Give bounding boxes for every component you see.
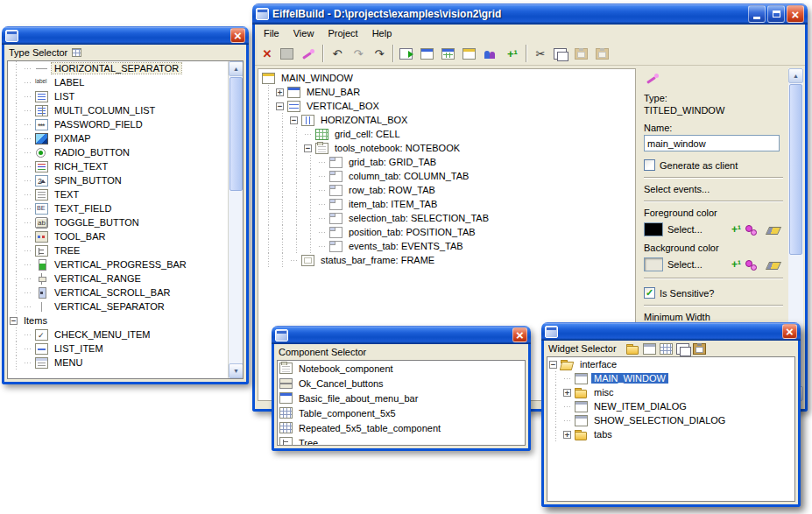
expander[interactable]	[24, 149, 32, 157]
expander[interactable]	[24, 107, 32, 115]
close-button[interactable]: ×	[230, 28, 245, 43]
background-pick-icon[interactable]	[745, 259, 759, 271]
window-editor-button[interactable]	[439, 44, 460, 64]
tree-item[interactable]: MAIN_WINDOW	[260, 71, 635, 85]
type-item[interactable]: CHECK_MENU_ITEM	[8, 327, 228, 341]
foreground-add-icon[interactable]: +¹	[731, 224, 741, 235]
add-one-button[interactable]: +¹	[502, 44, 523, 64]
folder-button[interactable]	[626, 343, 639, 355]
expander[interactable]	[24, 79, 32, 87]
expander[interactable]	[24, 247, 32, 255]
tree-item[interactable]: grid_cell: CELL	[260, 127, 635, 141]
expander[interactable]	[24, 303, 32, 311]
component-item[interactable]: Repeated_5x5_table_component	[278, 420, 525, 435]
tree-item[interactable]: position_tab: POSITION_TAB	[260, 225, 635, 239]
expander[interactable]	[318, 187, 326, 194]
component-item[interactable]: Tree	[278, 435, 525, 446]
expander[interactable]	[24, 121, 32, 129]
expander[interactable]: −	[304, 144, 312, 152]
tree-item[interactable]: grid_tab: GRID_TAB	[260, 155, 635, 169]
expander[interactable]	[563, 375, 571, 383]
type-item[interactable]: MULTI_COLUMN_LIST	[8, 103, 228, 117]
maximize-button[interactable]	[767, 5, 785, 23]
expander[interactable]	[24, 359, 32, 367]
expander[interactable]	[24, 135, 32, 143]
type-item[interactable]: LIST	[8, 89, 228, 103]
type-selector-titlebar[interactable]: ×	[2, 26, 249, 45]
type-item[interactable]: RICH_TEXT	[8, 159, 228, 173]
expander[interactable]	[318, 201, 326, 208]
wand-button[interactable]	[299, 44, 320, 64]
component-item[interactable]: Table_component_5x5	[278, 405, 525, 420]
expander[interactable]	[290, 257, 298, 264]
expander[interactable]	[318, 173, 326, 180]
checkbox-icon[interactable]	[644, 287, 655, 299]
background-swatch[interactable]	[644, 257, 663, 271]
type-item[interactable]: TREE	[8, 243, 228, 257]
menu-help[interactable]: Help	[365, 26, 399, 40]
type-item[interactable]: VERTICAL_RANGE	[8, 271, 228, 285]
type-item[interactable]: RADIO_BUTTON	[8, 145, 228, 159]
expander[interactable]	[24, 205, 32, 213]
checkbox-icon[interactable]	[644, 159, 655, 171]
widget-item[interactable]: + misc	[547, 385, 794, 399]
expander[interactable]: +	[563, 389, 571, 397]
background-add-icon[interactable]: +¹	[731, 259, 741, 270]
expander[interactable]	[318, 229, 326, 236]
background-select-button[interactable]: Select...	[667, 259, 703, 270]
menu-project[interactable]: Project	[321, 26, 364, 40]
expander[interactable]	[318, 243, 326, 250]
is-sensitive-checkbox[interactable]: Is Sensitive?	[644, 287, 783, 299]
scroll-up-button[interactable]: ▲	[229, 61, 244, 76]
main-titlebar[interactable]: EiffelBuild - D:\projects\examples\visio…	[252, 4, 808, 25]
type-item[interactable]: TEXT	[8, 187, 228, 201]
undo-button[interactable]: ↶	[327, 44, 348, 64]
scroll-down-button[interactable]: ▼	[229, 363, 244, 378]
type-item[interactable]: MENU	[8, 356, 228, 370]
type-item[interactable]: VERTICAL_PROGRESS_BAR	[8, 257, 228, 271]
type-item[interactable]: LIST_ITEM	[8, 341, 228, 356]
tree-item[interactable]: events_tab: EVENTS_TAB	[260, 239, 635, 253]
widget-item[interactable]: SHOW_SELECTION_DIALOG	[547, 413, 794, 427]
paste-button[interactable]	[572, 44, 593, 64]
type-item[interactable]: PASSWORD_FIELD	[8, 117, 228, 131]
expander[interactable]: −	[10, 317, 18, 325]
component-item[interactable]: Notebook_component	[278, 361, 525, 376]
save-button[interactable]	[278, 44, 299, 64]
expander[interactable]	[24, 331, 32, 339]
expander[interactable]	[24, 93, 32, 101]
paste-special-button[interactable]	[593, 44, 614, 64]
expander[interactable]	[318, 158, 326, 166]
redo-button[interactable]: ↷	[369, 44, 390, 64]
scroll-thumb[interactable]	[229, 77, 243, 191]
tree-item[interactable]: item_tab: ITEM_TAB	[260, 197, 635, 211]
expander[interactable]: −	[276, 102, 284, 110]
grid-button[interactable]	[660, 343, 673, 355]
type-list-scrollbar[interactable]: ▲ ▼	[228, 61, 243, 378]
expander[interactable]	[563, 417, 571, 425]
expander[interactable]	[24, 261, 32, 269]
expander[interactable]	[24, 65, 32, 73]
expander[interactable]	[304, 130, 312, 138]
copy-button[interactable]	[676, 343, 689, 355]
tree-item[interactable]: selection_tab: SELECTION_TAB	[260, 211, 635, 225]
generate-as-client-checkbox[interactable]: Generate as client	[644, 159, 783, 171]
tree-item[interactable]: − VERTICAL_BOX	[260, 99, 635, 113]
expander[interactable]	[24, 177, 32, 185]
copy-button[interactable]	[551, 44, 572, 64]
tree-item[interactable]: − HORIZONTAL_BOX	[260, 113, 635, 127]
close-button[interactable]: ×	[512, 327, 527, 342]
expander[interactable]: −	[549, 361, 557, 369]
widget-item[interactable]: MAIN_WINDOW	[547, 371, 794, 385]
scroll-thumb[interactable]	[789, 84, 802, 255]
delete-button[interactable]: ✕	[257, 44, 278, 64]
name-input[interactable]	[644, 135, 780, 151]
show-window-button[interactable]	[418, 44, 439, 64]
type-item[interactable]: TEXT_FIELD	[8, 201, 228, 215]
generate-code-button[interactable]	[397, 44, 418, 64]
expander[interactable]	[318, 215, 326, 222]
widget-item[interactable]: + tabs	[547, 427, 794, 441]
type-item[interactable]: TOGGLE_BUTTON	[8, 215, 228, 229]
scroll-up-button[interactable]: ▲	[788, 68, 803, 83]
expander[interactable]	[24, 219, 32, 227]
